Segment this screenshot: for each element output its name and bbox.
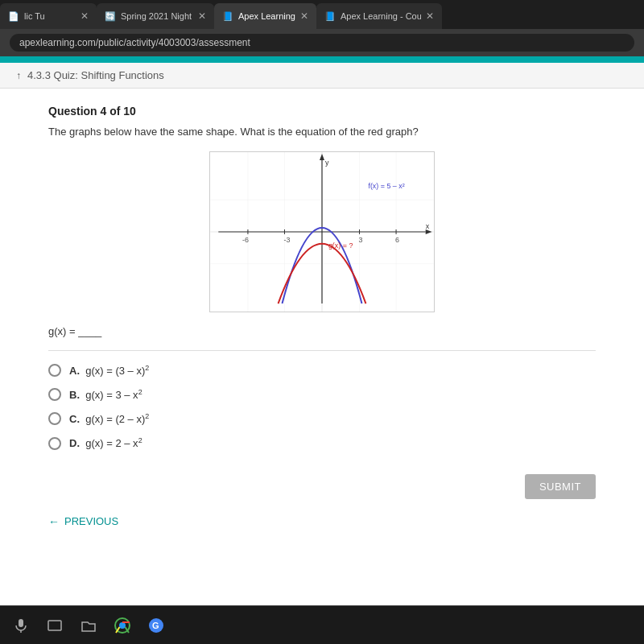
svg-text:3: 3 bbox=[359, 235, 363, 243]
main-content: Question 4 of 10 The graphs below have t… bbox=[0, 89, 644, 642]
submit-button[interactable]: SUBMIT bbox=[525, 474, 596, 499]
option-B[interactable]: B. g(x) = 3 – x2 bbox=[48, 388, 596, 401]
svg-rect-25 bbox=[19, 619, 23, 627]
tab-4-close[interactable]: ✕ bbox=[426, 10, 434, 22]
previous-arrow-icon: ← bbox=[48, 515, 60, 528]
option-C-label: C. g(x) = (2 – x)2 bbox=[69, 412, 149, 425]
back-arrow-icon: ↑ bbox=[16, 70, 21, 81]
tab-2-close[interactable]: ✕ bbox=[198, 10, 206, 22]
svg-point-29 bbox=[119, 622, 126, 629]
option-D[interactable]: D. g(x) = 2 – x2 bbox=[48, 436, 596, 449]
option-C[interactable]: C. g(x) = (2 – x)2 bbox=[48, 412, 596, 425]
tab-4-label: Apex Learning - Courses bbox=[341, 11, 421, 21]
svg-text:6: 6 bbox=[395, 235, 399, 243]
svg-text:-6: -6 bbox=[242, 235, 249, 243]
tab-4[interactable]: 📘 Apex Learning - Courses ✕ bbox=[316, 3, 442, 29]
tab-1[interactable]: 📄 lic Tu ✕ bbox=[0, 3, 97, 29]
svg-text:g(x) = ?: g(x) = ? bbox=[328, 241, 353, 249]
submit-row: SUBMIT bbox=[48, 474, 596, 499]
quiz-breadcrumb: 4.3.3 Quiz: Shifting Functions bbox=[27, 69, 164, 81]
taskbar-google-icon[interactable]: G bbox=[143, 613, 169, 638]
question-text: The graphs below have the same shape. Wh… bbox=[48, 124, 596, 140]
option-D-label: D. g(x) = 2 – x2 bbox=[69, 436, 142, 449]
tab-bar: 📄 lic Tu ✕ 🔄 Spring 2021 Night Lab ✕ 📘 A… bbox=[0, 0, 644, 29]
answer-prompt: g(x) = ____ bbox=[48, 325, 596, 337]
taskbar-mic-icon[interactable] bbox=[8, 613, 34, 638]
tab-1-close[interactable]: ✕ bbox=[80, 10, 89, 22]
taskbar-chrome-icon[interactable] bbox=[109, 613, 135, 638]
svg-text:-3: -3 bbox=[283, 235, 290, 243]
taskbar-folder-icon[interactable] bbox=[76, 613, 101, 638]
address-bar bbox=[0, 29, 644, 56]
option-B-label: B. g(x) = 3 – x2 bbox=[69, 388, 142, 401]
tab-3-label: Apex Learning bbox=[238, 11, 295, 21]
tab-2[interactable]: 🔄 Spring 2021 Night Lab ✕ bbox=[97, 3, 214, 29]
tab-3[interactable]: 📘 Apex Learning ✕ bbox=[214, 3, 316, 29]
tab-1-label: lic Tu bbox=[24, 11, 45, 21]
site-header-bar bbox=[0, 56, 644, 63]
taskbar: G bbox=[0, 605, 644, 644]
option-A[interactable]: A. g(x) = (3 – x)2 bbox=[48, 364, 596, 377]
tab-4-favicon: 📘 bbox=[324, 11, 336, 22]
svg-rect-27 bbox=[48, 621, 61, 630]
option-A-label: A. g(x) = (3 – x)2 bbox=[69, 364, 149, 377]
address-input[interactable] bbox=[10, 34, 634, 52]
tab-3-close[interactable]: ✕ bbox=[300, 10, 308, 22]
divider bbox=[48, 350, 596, 351]
quiz-header: ↑ 4.3.3 Quiz: Shifting Functions bbox=[0, 63, 644, 89]
radio-B[interactable] bbox=[48, 388, 61, 401]
browser-chrome: 📄 lic Tu ✕ 🔄 Spring 2021 Night Lab ✕ 📘 A… bbox=[0, 0, 644, 56]
tab-2-favicon: 🔄 bbox=[105, 11, 116, 22]
svg-text:y: y bbox=[325, 158, 329, 166]
previous-row[interactable]: ← PREVIOUS bbox=[48, 515, 596, 528]
tab-3-favicon: 📘 bbox=[222, 11, 233, 22]
tab-2-label: Spring 2021 Night Lab bbox=[121, 11, 193, 21]
graph-container: -6 -3 3 6 f(x) = 5 – x² g(x) = ? y x bbox=[209, 151, 435, 312]
question-number: Question 4 of 10 bbox=[48, 105, 596, 118]
radio-A[interactable] bbox=[48, 364, 61, 377]
screen-wrapper: 📄 lic Tu ✕ 🔄 Spring 2021 Night Lab ✕ 📘 A… bbox=[0, 0, 644, 644]
radio-C[interactable] bbox=[48, 412, 61, 425]
svg-text:G: G bbox=[152, 621, 159, 630]
radio-D[interactable] bbox=[48, 437, 61, 450]
options-list: A. g(x) = (3 – x)2 B. g(x) = 3 – x2 C. g… bbox=[48, 364, 596, 450]
previous-label: PREVIOUS bbox=[64, 515, 118, 527]
svg-text:f(x) = 5 – x²: f(x) = 5 – x² bbox=[368, 181, 404, 189]
graph-svg: -6 -3 3 6 f(x) = 5 – x² g(x) = ? y x bbox=[210, 152, 434, 312]
taskbar-window-icon[interactable] bbox=[42, 613, 68, 638]
svg-text:x: x bbox=[426, 222, 430, 230]
tab-1-favicon: 📄 bbox=[8, 11, 19, 22]
